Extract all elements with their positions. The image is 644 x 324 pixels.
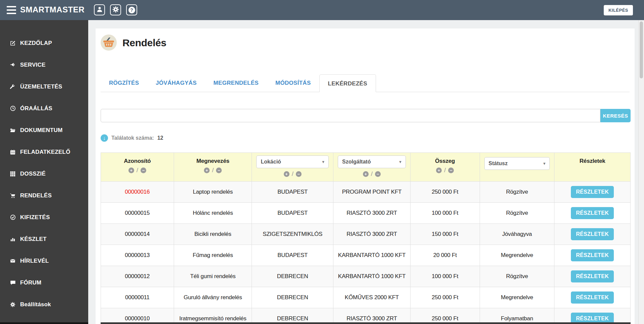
sort-control: + / − — [128, 167, 146, 174]
details-button[interactable]: RÉSZLETEK — [571, 228, 614, 240]
order-provider: RIASZTÓ 3000 ZRT — [333, 203, 411, 223]
edit-icon — [9, 40, 16, 46]
bar-chart-icon — [9, 237, 16, 242]
help-button[interactable]: ? — [126, 4, 137, 15]
order-provider: KŐMŰVES 2000 KFT — [333, 287, 411, 308]
gear-icon — [112, 6, 119, 14]
order-amount: 250 000 Ft — [411, 182, 480, 202]
order-status: Rögzítve — [480, 203, 555, 223]
tab-bar: RÖGZÍTÉS JÓVÁHAGYÁS MEGRENDELÉS MÓDOSÍTÁ… — [101, 74, 630, 92]
gear-icon — [9, 302, 16, 307]
details-button[interactable]: RÉSZLETEK — [571, 207, 614, 219]
order-location: BUDAPEST — [252, 203, 333, 223]
sort-asc-icon[interactable]: + — [284, 171, 289, 177]
table-row: 00000010 Iratmegsemmisító rendelés DEBRE… — [101, 308, 630, 324]
search-input[interactable] — [101, 109, 600, 122]
details-button[interactable]: RÉSZLETEK — [571, 186, 614, 198]
table-row: 00000012 Téli gumi rendelés DEBRECEN KAR… — [101, 266, 630, 287]
order-amount: 100 000 Ft — [411, 266, 480, 287]
table-row: 00000013 Fűmag rendelés BUDAPEST KARBANT… — [101, 245, 630, 266]
sidebar-item-kezdolap[interactable]: KEZDŐLAP — [0, 32, 88, 54]
orders-table: Azonosító + / − Megnevezés + / − Lokáció — [101, 152, 631, 324]
help-icon: ? — [128, 7, 135, 13]
logout-button[interactable]: KILÉPÉS — [604, 5, 633, 15]
sort-asc-icon[interactable]: + — [363, 171, 369, 177]
comment-icon — [9, 280, 16, 285]
order-name: Téli gumi rendelés — [174, 266, 252, 287]
scrollbar-thumb[interactable] — [640, 21, 643, 78]
app-title: SMARTMASTER — [20, 5, 85, 14]
results-count: ↓ Találatok száma: 12 — [101, 134, 163, 142]
column-megnevezes: Megnevezés — [196, 158, 229, 165]
column-azonosito: Azonosító — [124, 158, 151, 165]
tab-modositas[interactable]: MÓDOSÍTÁS — [267, 74, 319, 92]
sidebar-item-uzemeltetes[interactable]: ÜZEMELTETÉS — [0, 76, 88, 98]
cart-icon — [9, 193, 16, 198]
details-button[interactable]: RÉSZLETEK — [571, 270, 614, 282]
sidebar-item-dosszie[interactable]: DOSSZIÉ — [0, 163, 88, 185]
settings-button[interactable] — [110, 4, 121, 15]
megaphone-icon — [9, 62, 16, 68]
sidebar-bottom-divider — [0, 322, 88, 324]
basket-icon — [101, 35, 117, 51]
vertical-scrollbar[interactable] — [638, 20, 644, 324]
order-id: 00000014 — [101, 224, 174, 245]
order-location: BUDAPEST — [252, 245, 333, 266]
table-row: 00000016 Laptop rendelés BUDAPEST PROGRA… — [101, 181, 630, 202]
location-filter-select[interactable]: Lokáció ▼ — [256, 155, 329, 168]
order-amount: 100 000 Ft — [411, 203, 480, 223]
tab-megrendeles[interactable]: MEGRENDELÉS — [205, 74, 267, 92]
sort-asc-icon[interactable]: + — [436, 168, 442, 173]
sidebar-item-forum[interactable]: FÓRUM — [0, 272, 88, 294]
sort-desc-icon[interactable]: − — [375, 171, 381, 177]
tab-rogzites[interactable]: RÖGZÍTÉS — [101, 74, 147, 92]
order-amount: 250 000 Ft — [411, 308, 480, 324]
sort-asc-icon[interactable]: + — [128, 168, 134, 173]
status-filter-select[interactable]: Státusz ▼ — [484, 157, 550, 170]
top-bar: SMARTMASTER ? KILÉPÉS — [0, 0, 644, 20]
details-button[interactable]: RÉSZLETEK — [571, 291, 614, 304]
order-provider: KARBANTARTÓ 1000 KFT — [333, 245, 411, 266]
folder-icon — [9, 128, 16, 133]
order-provider: KARBANTARTÓ 1000 KFT — [333, 266, 411, 287]
order-id: 00000010 — [101, 308, 174, 324]
sort-control: + / − — [284, 170, 302, 178]
order-amount: 20 000 Ft — [411, 245, 480, 266]
order-name: Fűmag rendelés — [174, 245, 252, 266]
user-button[interactable] — [94, 4, 105, 15]
search-button[interactable]: KERESÉS — [600, 109, 631, 122]
sidebar-item-beallitasok[interactable]: Beállítások — [0, 294, 88, 315]
sidebar-item-kifizetes[interactable]: KIFIZETÉS — [0, 206, 88, 228]
sidebar-item-service[interactable]: SERVICE — [0, 54, 88, 76]
sort-asc-icon[interactable]: + — [204, 168, 210, 173]
sidebar-item-hirlevel[interactable]: HÍRLEVÉL — [0, 250, 88, 272]
tab-jovahagyas[interactable]: JÓVÁHAGYÁS — [147, 74, 205, 92]
sort-control: + / − — [204, 167, 222, 174]
menu-icon[interactable] — [7, 6, 16, 14]
chevron-down-icon: ▼ — [542, 161, 546, 166]
sort-desc-icon[interactable]: − — [296, 171, 302, 177]
sort-desc-icon[interactable]: − — [216, 168, 222, 173]
sort-desc-icon[interactable]: − — [141, 168, 146, 173]
table-row: 00000011 Guruló állvány rendelés DEBRECE… — [101, 287, 630, 308]
order-id: 00000015 — [101, 203, 174, 223]
check-circle-icon — [9, 214, 16, 220]
sidebar-item-dokumentum[interactable]: DOKUMENTUM — [0, 119, 88, 141]
sort-desc-icon[interactable]: − — [448, 168, 454, 173]
tab-lekerdezes[interactable]: LEKÉRDEZÉS — [319, 74, 376, 92]
order-id: 00000012 — [101, 266, 174, 287]
provider-filter-select[interactable]: Szolgáltató ▼ — [338, 155, 406, 168]
clock-icon — [9, 106, 16, 111]
sidebar-item-oraallas[interactable]: ÓRAÁLLÁS — [0, 98, 88, 119]
sidebar-item-rendeles[interactable]: RENDELÉS — [0, 185, 88, 206]
calendar-icon — [9, 149, 16, 155]
details-button[interactable]: RÉSZLETEK — [571, 249, 614, 261]
page-title: Rendelés — [122, 37, 166, 49]
order-location: DEBRECEN — [252, 308, 333, 324]
sidebar-item-keszlet[interactable]: KÉSZLET — [0, 228, 88, 250]
column-reszletek: Részletek — [580, 158, 605, 165]
order-id: 00000016 — [125, 189, 150, 195]
order-status: Rögzítve — [480, 182, 555, 202]
topbar-buttons: ? — [94, 4, 137, 15]
sidebar-item-feladatkezelo[interactable]: FELADATKEZELŐ — [0, 141, 88, 163]
